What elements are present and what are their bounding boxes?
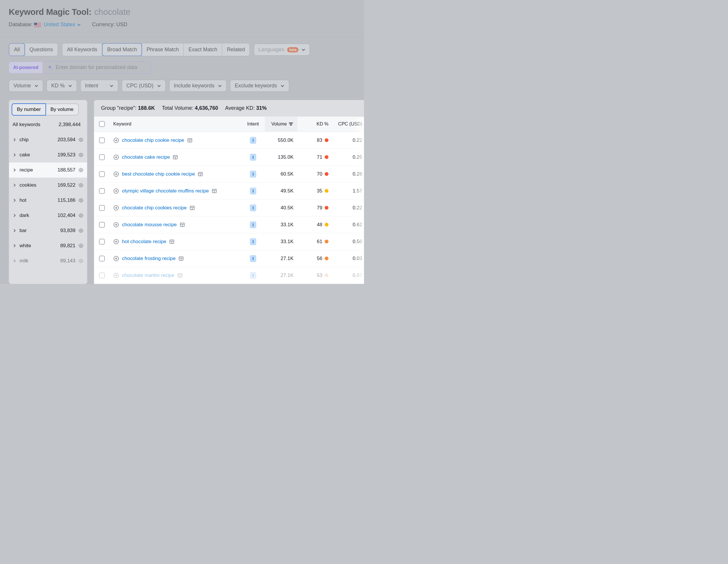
- sidebar-item-dark[interactable]: dark102,404: [9, 208, 87, 223]
- col-cpc[interactable]: CPC (USD): [332, 117, 364, 131]
- eye-icon[interactable]: [78, 213, 84, 218]
- cpc-value: 0.25: [332, 150, 364, 165]
- keyword-link[interactable]: chocolate frosting recipe: [122, 256, 176, 261]
- filter-intent[interactable]: Intent: [80, 80, 118, 92]
- chevron-right-icon: [13, 168, 17, 172]
- row-checkbox[interactable]: [99, 205, 105, 211]
- serp-icon[interactable]: [198, 172, 203, 177]
- languages-dropdown[interactable]: Languages beta: [254, 44, 310, 56]
- add-circle-icon[interactable]: [113, 273, 119, 278]
- row-checkbox[interactable]: [99, 273, 105, 278]
- chevron-down-icon: [109, 84, 114, 88]
- serp-icon[interactable]: [173, 155, 178, 160]
- row-checkbox[interactable]: [99, 239, 105, 245]
- sidebar-item-recipe[interactable]: recipe188,557: [9, 162, 87, 178]
- tab-related[interactable]: Related: [222, 43, 250, 56]
- add-circle-icon[interactable]: [113, 171, 119, 177]
- tab-questions[interactable]: Questions: [25, 43, 58, 56]
- row-checkbox[interactable]: [99, 154, 105, 160]
- keyword-link[interactable]: olympic village chocolate muffins recipe: [122, 188, 209, 194]
- sidebar-item-chip[interactable]: chip203,594: [9, 132, 87, 147]
- ai-domain-input[interactable]: Enter domain for personalized data: [43, 61, 151, 73]
- row-checkbox[interactable]: [99, 188, 105, 194]
- eye-icon[interactable]: [78, 198, 84, 203]
- intent-badge: I: [250, 238, 256, 245]
- eye-icon[interactable]: [78, 167, 84, 173]
- keyword-link[interactable]: chocolate chip cookies recipe: [122, 205, 187, 211]
- serp-icon[interactable]: [187, 138, 192, 143]
- page-keyword: chocolate: [94, 7, 130, 17]
- serp-icon[interactable]: [177, 273, 183, 278]
- kd-difficulty-dot: [325, 257, 328, 260]
- row-checkbox[interactable]: [99, 222, 105, 228]
- add-circle-icon[interactable]: [113, 188, 119, 194]
- filter-include[interactable]: Include keywords: [169, 80, 227, 92]
- keyword-link[interactable]: chocolate mousse recipe: [122, 222, 177, 228]
- col-volume[interactable]: Volume: [265, 117, 297, 131]
- row-checkbox[interactable]: [99, 256, 105, 261]
- sidebar-item-cookies[interactable]: cookies169,522: [9, 178, 87, 193]
- filter-volume[interactable]: Volume: [9, 80, 43, 92]
- select-all-checkbox[interactable]: [99, 121, 105, 127]
- keyword-link[interactable]: chocolate cake recipe: [122, 154, 170, 160]
- eye-icon[interactable]: [78, 228, 84, 233]
- eye-icon[interactable]: [78, 258, 84, 264]
- add-circle-icon[interactable]: [113, 205, 119, 211]
- sidebar-item-label: dark: [20, 213, 58, 218]
- keyword-link[interactable]: best chocolate chip cookie recipe: [122, 171, 195, 177]
- kd-value: 35: [317, 188, 322, 194]
- serp-icon[interactable]: [212, 188, 217, 194]
- sidebar-item-milk[interactable]: milk89,143: [9, 253, 87, 268]
- table-row: best chocolate chip cookie recipe I60.5K…: [94, 166, 364, 183]
- sidebar-item-bar[interactable]: bar93,839: [9, 223, 87, 238]
- sidebar-item-hot[interactable]: hot115,186: [9, 193, 87, 208]
- eye-icon[interactable]: [78, 183, 84, 188]
- sidebar-item-cake[interactable]: cake199,523: [9, 147, 87, 162]
- currency-label: Currency: USD: [92, 22, 127, 28]
- add-circle-icon[interactable]: [113, 239, 119, 245]
- serp-icon[interactable]: [179, 256, 184, 261]
- svg-point-10: [80, 169, 82, 171]
- tab-by-volume[interactable]: By volume: [46, 104, 78, 115]
- cpc-value: 0.87: [332, 268, 364, 283]
- kd-difficulty-dot: [325, 223, 328, 227]
- add-circle-icon[interactable]: [113, 137, 119, 143]
- serp-icon[interactable]: [180, 222, 185, 227]
- add-circle-icon[interactable]: [113, 256, 119, 261]
- row-checkbox[interactable]: [99, 137, 105, 143]
- tab-all[interactable]: All: [9, 43, 25, 56]
- sidebar-item-count: 89,143: [60, 258, 75, 264]
- keyword-link[interactable]: chocolate chip cookie recipe: [122, 137, 184, 143]
- add-circle-icon[interactable]: [113, 154, 119, 160]
- col-intent[interactable]: Intent: [241, 117, 265, 131]
- database-selector[interactable]: Database: United States: [9, 22, 81, 28]
- tab-exact-match[interactable]: Exact Match: [184, 43, 222, 56]
- eye-icon[interactable]: [78, 137, 84, 142]
- chevron-down-icon: [34, 84, 38, 88]
- add-circle-icon[interactable]: [113, 222, 119, 228]
- row-checkbox[interactable]: [99, 171, 105, 177]
- keyword-link[interactable]: hot chocolate recipe: [122, 239, 166, 245]
- keyword-link[interactable]: chocolate martini recipe: [122, 273, 174, 278]
- tab-phrase-match[interactable]: Phrase Match: [142, 43, 184, 56]
- chevron-right-icon: [13, 213, 17, 218]
- sidebar-all-keywords[interactable]: All keywords 2,398,444: [9, 117, 87, 132]
- eye-icon[interactable]: [78, 152, 84, 158]
- filter-cpc[interactable]: CPC (USD): [122, 80, 166, 92]
- volume-value: 135.0K: [265, 150, 297, 165]
- eye-icon[interactable]: [78, 243, 84, 248]
- tab-by-number[interactable]: By number: [12, 103, 46, 116]
- kd-difficulty-dot: [325, 240, 328, 243]
- sidebar-item-white[interactable]: white89,821: [9, 238, 87, 253]
- col-kd[interactable]: KD %: [297, 117, 332, 131]
- serp-icon[interactable]: [190, 205, 195, 211]
- tab-broad-match[interactable]: Broad Match: [102, 43, 142, 56]
- filter-exclude[interactable]: Exclude keywords: [230, 80, 289, 92]
- sidebar-item-label: chip: [20, 137, 58, 143]
- sidebar-item-label: cookies: [20, 182, 58, 188]
- filter-kd[interactable]: KD %: [47, 80, 77, 92]
- tab-all-keywords[interactable]: All Keywords: [62, 43, 102, 56]
- chevron-right-icon: [13, 153, 17, 157]
- serp-icon[interactable]: [169, 239, 174, 244]
- col-keyword[interactable]: Keyword: [110, 117, 241, 131]
